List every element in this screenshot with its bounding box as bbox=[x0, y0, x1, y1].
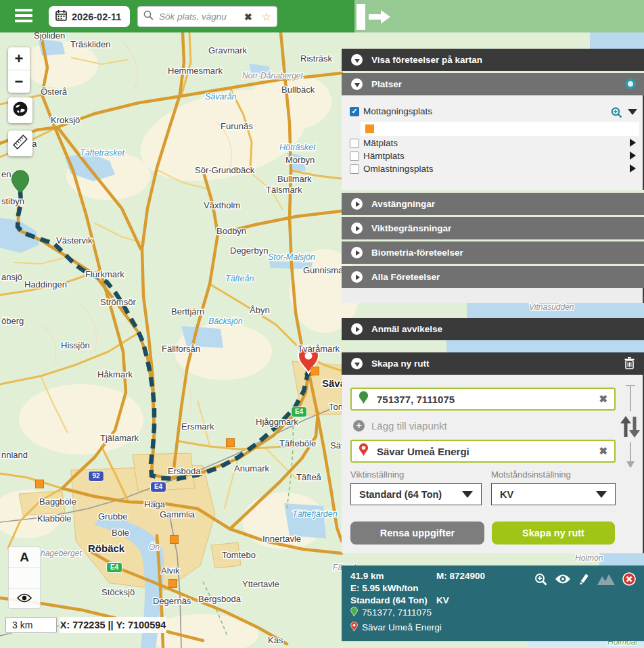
route-distance: 41.9 km bbox=[350, 571, 384, 581]
section-title: Viktbegränsningar bbox=[371, 223, 451, 233]
remove-route-icon[interactable] bbox=[622, 572, 636, 586]
map-label: Täfteträsket bbox=[80, 148, 125, 158]
map-label: hageberget bbox=[41, 549, 82, 558]
zoom-out-button[interactable]: − bbox=[8, 70, 30, 93]
search-icon bbox=[143, 10, 154, 23]
start-pin-icon bbox=[350, 607, 358, 620]
collapse-panel-control[interactable] bbox=[356, 4, 392, 30]
section-title: Anmäl avvikelse bbox=[371, 324, 442, 334]
weight-setting-select[interactable]: Standard (64 Ton) bbox=[350, 483, 482, 505]
route-end-input[interactable] bbox=[375, 445, 592, 458]
map-label: Tväråmark bbox=[298, 344, 340, 354]
map-label: Täftefjärden bbox=[292, 509, 338, 519]
zoom-to-layer-icon[interactable] bbox=[611, 107, 622, 121]
section-header-skapa-ny-rutt[interactable]: Skapa ny rutt bbox=[342, 352, 644, 375]
start-pin-icon bbox=[359, 391, 369, 407]
map-label: Morbyn bbox=[285, 155, 315, 165]
clear-start-icon[interactable]: ✖ bbox=[599, 393, 607, 405]
map-label: Växtholm bbox=[204, 200, 240, 210]
swap-route-points-icon[interactable] bbox=[618, 415, 641, 442]
create-route-button[interactable]: Skapa ny rutt bbox=[492, 522, 615, 545]
section-header-biometria[interactable]: Biometria-företeelser bbox=[342, 241, 644, 264]
elevation-profile-icon[interactable] bbox=[597, 574, 615, 585]
measure-button[interactable] bbox=[8, 131, 32, 156]
app-window: SjölidenTräsklidenGravmarkRisträskHemmes… bbox=[0, 0, 644, 648]
section-header-avstangningar[interactable]: Avstängningar bbox=[342, 193, 644, 215]
favorite-star-icon[interactable]: ☆ bbox=[262, 11, 271, 22]
date-value: 2026-02-11 bbox=[72, 11, 121, 22]
resistance-setting-select[interactable]: KV bbox=[491, 483, 616, 505]
plus-circle-icon: + bbox=[353, 420, 365, 432]
top-bar-right bbox=[354, 0, 644, 32]
delete-route-icon[interactable] bbox=[624, 357, 635, 371]
zoom-in-button[interactable]: + bbox=[8, 47, 30, 70]
map-label: Bullmark bbox=[277, 174, 312, 184]
expand-layer-arrow-icon[interactable] bbox=[630, 152, 636, 160]
date-picker[interactable]: 2026-02-11 bbox=[49, 6, 130, 27]
route-info-end: Sävar Umeå Energi bbox=[362, 622, 442, 632]
chevron-right-circle-icon bbox=[351, 223, 363, 234]
font-size-button[interactable]: A bbox=[9, 547, 40, 568]
map-label: Bodbyn bbox=[216, 226, 246, 236]
collapse-layer-arrow-icon[interactable] bbox=[628, 109, 637, 115]
map-label: Håkmark bbox=[97, 369, 133, 379]
basemap-globe-button[interactable] bbox=[8, 97, 32, 123]
chevron-right-circle-icon bbox=[351, 247, 363, 258]
map-coordinates: X: 772235 || Y: 7100594 bbox=[60, 617, 166, 633]
visibility-button[interactable] bbox=[9, 589, 40, 609]
section-title: Visa företeelser på kartan bbox=[371, 55, 482, 65]
expand-layer-arrow-icon[interactable] bbox=[630, 164, 636, 172]
legend-field bbox=[361, 122, 639, 136]
eye-icon bbox=[17, 593, 32, 605]
section-header-platser[interactable]: Platser bbox=[342, 73, 644, 95]
map-label: Stöcksjö bbox=[101, 587, 135, 597]
map-label: Sävarån bbox=[205, 92, 237, 101]
search-input[interactable] bbox=[158, 11, 240, 22]
map-label: Anumark bbox=[234, 463, 270, 473]
blank-toggle-button[interactable] bbox=[9, 568, 40, 589]
map-label: Bergsboda bbox=[198, 594, 242, 604]
route-start-input[interactable] bbox=[375, 393, 592, 406]
section-header-viktbegransningar[interactable]: Viktbegränsningar bbox=[342, 217, 644, 239]
route-start-field: ✖ bbox=[350, 388, 616, 411]
map-label: Träskliden bbox=[70, 39, 110, 49]
section-header-visa-foreteelser[interactable]: Visa företeelser på kartan bbox=[342, 49, 644, 71]
map-label: Innertavle bbox=[262, 534, 301, 544]
checkbox-mottagningsplats[interactable] bbox=[350, 107, 359, 116]
route-resistance-setting: KV bbox=[436, 595, 449, 605]
map-label: Haddingen bbox=[24, 279, 67, 290]
zoom-to-route-icon[interactable] bbox=[534, 573, 547, 586]
clear-search-icon[interactable]: ✖ bbox=[244, 12, 252, 22]
chevron-right-circle-icon bbox=[351, 323, 363, 335]
expand-layer-arrow-icon[interactable] bbox=[630, 139, 636, 147]
section-header-anmal-avvikelse[interactable]: Anmäl avvikelse bbox=[342, 318, 644, 340]
resistance-setting-label: Motståndsinställning bbox=[491, 469, 571, 480]
toggle-route-visibility-icon[interactable] bbox=[555, 574, 571, 584]
zoom-controls: + − bbox=[8, 47, 30, 93]
edit-route-icon[interactable] bbox=[578, 574, 590, 585]
checkbox-omlastningsplats[interactable] bbox=[350, 164, 359, 174]
map-label: Kroksjö bbox=[51, 115, 80, 125]
resistance-setting-value: KV bbox=[500, 489, 513, 500]
section-header-alla-foreteelser[interactable]: Alla Företeelser bbox=[342, 266, 644, 288]
chevron-down-icon bbox=[596, 491, 607, 498]
ruler-icon bbox=[12, 133, 29, 154]
route-weight-setting: Standard (64 Ton) bbox=[350, 595, 428, 605]
map-label: Gammlia bbox=[160, 509, 196, 519]
map-label: Ersboda bbox=[168, 466, 201, 476]
clear-end-icon[interactable]: ✖ bbox=[599, 445, 607, 457]
route-m-value: M: 8724900 bbox=[436, 571, 485, 581]
map-label: Tälsmark bbox=[266, 185, 302, 195]
map-label: Bäcksjön bbox=[208, 317, 243, 326]
map-label: Fällforsån bbox=[162, 344, 200, 354]
layer-label: Hämtplats bbox=[363, 151, 405, 161]
clear-route-button[interactable]: Rensa uppgifter bbox=[350, 522, 484, 545]
checkbox-matplats[interactable] bbox=[350, 139, 359, 148]
checkbox-hamtplats[interactable] bbox=[350, 152, 359, 161]
layer-label: Omlastningsplats bbox=[363, 164, 434, 174]
calendar-icon bbox=[55, 9, 67, 24]
menu-icon[interactable] bbox=[15, 9, 32, 24]
mottagningsplats-legend-swatch bbox=[365, 124, 374, 133]
add-viapoint-button[interactable]: + Lägg till viapunkt bbox=[353, 420, 447, 432]
route-info-panel: 41.9 km M: 8724900 E: 5.95 kWh/ton Stand… bbox=[342, 565, 644, 641]
